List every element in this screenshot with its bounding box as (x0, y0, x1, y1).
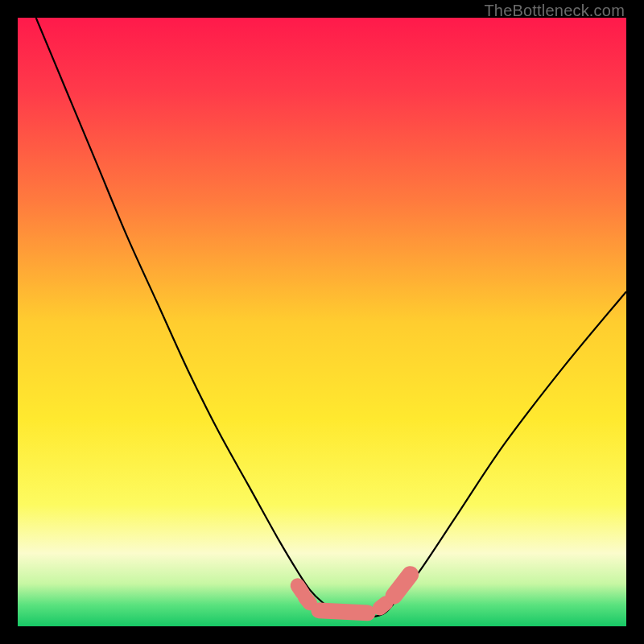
gradient-background (18, 18, 626, 626)
plot-area (18, 18, 626, 626)
chart-svg (18, 18, 626, 626)
marker-capsule (380, 603, 386, 608)
marker-capsule (319, 610, 367, 613)
marker-capsule (305, 597, 310, 604)
outer-frame: TheBottleneck.com (0, 0, 644, 644)
